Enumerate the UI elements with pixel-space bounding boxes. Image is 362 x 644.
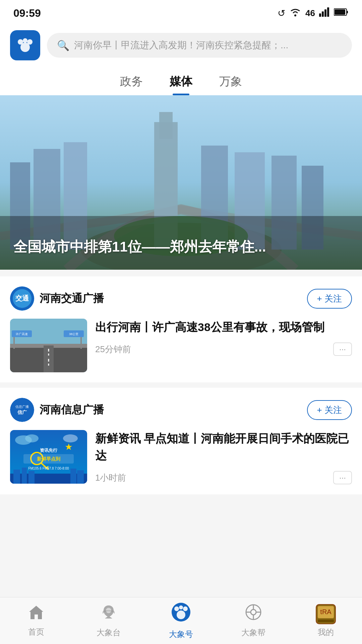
svg-rect-56 (13, 470, 20, 484)
mine-avatar: tRA (316, 604, 336, 624)
tab-wanxiang[interactable]: 万象 (219, 74, 242, 95)
card-source-1: 信息广播 信广 河南信息广播 (10, 398, 104, 422)
svg-rect-2 (322, 11, 324, 17)
svg-point-68 (251, 609, 256, 615)
search-text: 河南你早丨甲流进入高发期！河南疾控紧急提醒；... (74, 39, 288, 52)
daxiangbang-icon (245, 604, 262, 625)
svg-rect-18 (159, 112, 173, 139)
svg-rect-59 (70, 469, 76, 484)
hero-caption: 全国城市中排第11位——郑州去年常住... (13, 237, 349, 256)
source-name-1: 河南信息广播 (40, 402, 104, 417)
nav-item-home[interactable]: 首页 (0, 604, 72, 637)
svg-text:信广: 信广 (17, 410, 27, 415)
news-meta-0: 25分钟前 ··· (95, 342, 352, 356)
daxiangtai-icon (100, 604, 117, 625)
header: 🔍 河南你早丨甲流进入高发期！河南疾控紧急提醒；... (0, 23, 362, 67)
svg-point-63 (177, 610, 185, 619)
content-area: 交通 河南交通广播 + 关注 (0, 276, 362, 494)
tab-zhengwu[interactable]: 政务 (120, 74, 143, 95)
svg-point-10 (27, 39, 33, 45)
svg-text:资讯先行: 资讯先行 (40, 448, 58, 453)
news-item-1: 资讯先行 新鲜早点到 FM105.6 FM97.8 7:00-8:00 新鲜资讯… (10, 430, 352, 484)
svg-rect-7 (335, 9, 345, 15)
svg-rect-76 (318, 620, 334, 622)
svg-text:许广高速: 许广高速 (16, 332, 28, 336)
svg-point-11 (23, 38, 27, 43)
card-header-1: 信息广播 信广 河南信息广播 + 关注 (10, 398, 352, 422)
news-thumb-0: 许广高速 38公里 (10, 319, 87, 372)
svg-point-65 (183, 606, 188, 611)
card-header-0: 交通 河南交通广播 + 关注 (10, 286, 352, 311)
source-name-0: 河南交通广播 (40, 291, 104, 306)
tab-meiti[interactable]: 媒体 (170, 74, 192, 95)
news-title-0: 出行河南丨许广高速38公里有事故，现场管制 (95, 319, 352, 336)
source-avatar-1: 信息广播 信广 (10, 398, 34, 422)
follow-btn-1[interactable]: + 关注 (307, 400, 352, 420)
news-content-0: 出行河南丨许广高速38公里有事故，现场管制 25分钟前 ··· (95, 319, 352, 356)
svg-text:FM105.6  FM97.8  7:00-8:00: FM105.6 FM97.8 7:00-8:00 (28, 467, 69, 470)
nav-label-daxiangtai: 大象台 (97, 627, 121, 638)
nav-label-daxianghao: 大象号 (169, 629, 193, 640)
daxianghao-icon (171, 602, 191, 626)
svg-point-46 (63, 434, 78, 442)
svg-point-9 (18, 39, 23, 45)
nav-label-home: 首页 (28, 627, 44, 637)
signal-icon (319, 7, 330, 19)
status-icons: ↺ 46 (278, 7, 349, 19)
svg-text:信息广播: 信息广播 (15, 405, 29, 409)
news-card-1: 信息广播 信广 河南信息广播 + 关注 (0, 388, 362, 494)
svg-point-66 (179, 605, 183, 609)
svg-point-45 (25, 434, 39, 442)
news-thumb-1: 资讯先行 新鲜早点到 FM105.6 FM97.8 7:00-8:00 (10, 430, 87, 484)
news-title-1: 新鲜资讯 早点知道丨河南能开展日间手术的医院已达 (95, 430, 352, 464)
app-logo[interactable] (10, 30, 40, 60)
nav-label-mine: 我的 (318, 627, 334, 638)
svg-rect-60 (77, 470, 84, 484)
4g-label: 46 (305, 8, 315, 18)
rotate-icon: ↺ (278, 8, 285, 19)
svg-text:交通: 交通 (15, 294, 29, 302)
follow-btn-0[interactable]: + 关注 (307, 289, 352, 309)
nav-label-daxiangbang: 大象帮 (241, 627, 265, 638)
more-btn-0[interactable]: ··· (333, 342, 352, 356)
home-icon (28, 604, 45, 624)
news-time-1: 1小时前 (95, 472, 126, 484)
nav-item-daxiangbang[interactable]: 大象帮 (217, 604, 290, 638)
status-time: 09:59 (13, 7, 41, 19)
hero-banner[interactable]: 全国城市中排第11位——郑州去年常住... (0, 95, 362, 270)
svg-rect-58 (28, 471, 35, 484)
search-icon: 🔍 (57, 40, 69, 51)
svg-text:新鲜早点到: 新鲜早点到 (37, 456, 60, 462)
nav-item-mine[interactable]: tRA 我的 (290, 604, 362, 638)
news-item-0: 许广高速 38公里 出行河南丨许广高速38公里有事故，现场管制 25分钟前 ··… (10, 319, 352, 372)
search-bar[interactable]: 🔍 河南你早丨甲流进入高发期！河南疾控紧急提醒；... (47, 33, 352, 58)
source-avatar-0: 交通 (10, 286, 34, 311)
bottom-nav: 首页 大象台 大象号 (0, 597, 362, 644)
more-btn-1[interactable]: ··· (333, 471, 352, 484)
status-bar: 09:59 ↺ 46 (0, 0, 362, 23)
news-content-1: 新鲜资讯 早点知道丨河南能开展日间手术的医院已达 1小时前 ··· (95, 430, 352, 484)
news-meta-1: 1小时前 ··· (95, 471, 352, 484)
nav-item-daxiangtai[interactable]: 大象台 (72, 604, 145, 638)
svg-rect-57 (22, 468, 27, 484)
svg-text:38公里: 38公里 (69, 332, 78, 336)
svg-point-0 (294, 14, 296, 16)
svg-rect-6 (347, 11, 348, 13)
card-source-0: 交通 河南交通广播 (10, 286, 104, 311)
news-card-0: 交通 河南交通广播 + 关注 (0, 276, 362, 382)
nav-item-daxianghao[interactable]: 大象号 (145, 602, 217, 640)
svg-rect-3 (324, 9, 326, 17)
battery-icon (334, 8, 349, 18)
svg-rect-4 (327, 7, 329, 17)
svg-text:tRA: tRA (320, 608, 331, 615)
svg-point-64 (174, 606, 179, 611)
wifi-icon (289, 7, 301, 19)
nav-tabs: 政务 媒体 万象 (0, 67, 362, 95)
news-time-0: 25分钟前 (95, 343, 131, 355)
svg-rect-1 (319, 13, 321, 17)
